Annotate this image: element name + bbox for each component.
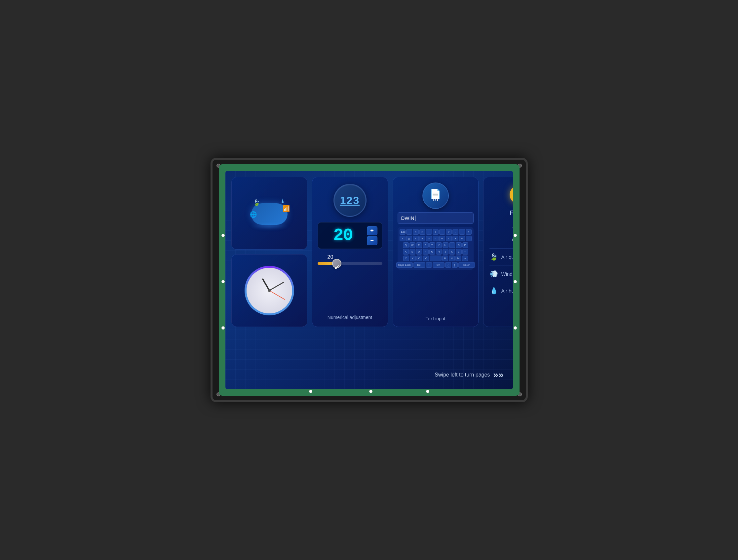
kb-key-o[interactable]: O: [456, 242, 462, 248]
kb-key-right-arrow[interactable]: →: [462, 256, 468, 261]
kb-key-e[interactable]: E: [416, 242, 422, 248]
kb-key-s[interactable]: S: [409, 249, 415, 255]
kb-key-space[interactable]: [430, 256, 441, 261]
kb-key-capslock[interactable]: Caps Lock: [396, 262, 413, 268]
cloud-platform: [250, 224, 289, 228]
kb-key-up[interactable]: ↑: [426, 262, 432, 268]
kb-key-l[interactable]: L: [456, 249, 462, 255]
weather-divider-2: [489, 265, 513, 265]
kb-key-c[interactable]: C: [416, 256, 422, 261]
pcb-dot-r1: [513, 234, 517, 237]
clock-face: [245, 266, 294, 315]
kb-key-esc[interactable]: Esc: [400, 229, 405, 235]
text-input-field[interactable]: DWIN: [398, 212, 474, 224]
kb-key-excl[interactable]: !: [439, 229, 445, 235]
kb-key-rbrace[interactable]: }: [452, 262, 458, 268]
kb-key-x[interactable]: X: [410, 256, 416, 261]
kb-row-3: A S D F G H J K L ←: [400, 249, 472, 255]
clock-center: [268, 289, 271, 292]
slider-track[interactable]: ↙: [318, 262, 382, 265]
kb-key-enter[interactable]: Enter: [458, 262, 475, 268]
kb-key-m[interactable]: M: [455, 256, 461, 261]
kb-key-0[interactable]: 0: [466, 236, 472, 241]
plus-button[interactable]: +: [367, 226, 377, 235]
kb-key-3[interactable]: 3: [413, 236, 419, 241]
keyboard: Esc ~ < > ; : ! ? - + =: [398, 227, 474, 270]
wind-speed-label: Wind speed: [501, 271, 513, 277]
kb-key-del[interactable]: Del: [413, 262, 425, 268]
kb-key-k[interactable]: K: [449, 249, 455, 255]
kb-key-p[interactable]: P: [462, 242, 468, 248]
kb-key-8[interactable]: 8: [452, 236, 458, 241]
kb-key-q[interactable]: Q: [403, 242, 409, 248]
pcb-dot-b2: [369, 390, 372, 393]
kb-key-caret[interactable]: ^: [433, 236, 439, 241]
pcb-border: 🌡 📶 🌐 🍃: [219, 164, 519, 396]
kb-key-t[interactable]: T: [429, 242, 435, 248]
kb-key-colon[interactable]: :: [433, 229, 439, 235]
kb-key-u[interactable]: U: [442, 242, 448, 248]
kb-key-d[interactable]: D: [416, 249, 422, 255]
pcb-dot-l3: [222, 326, 225, 330]
temperature-value: 23: [511, 221, 512, 244]
kb-key-lt[interactable]: <: [413, 229, 419, 235]
kb-key-n[interactable]: N: [449, 256, 455, 261]
temperature-float-icon: 🌡: [280, 198, 286, 205]
kb-key-1[interactable]: 1: [400, 236, 405, 241]
segment-display-box: 20 + −: [318, 222, 382, 249]
slider-arrow-icon: ↙: [334, 263, 340, 271]
kb-row-0: Esc ~ < > ; : ! ? - + =: [400, 229, 472, 235]
kb-key-semi[interactable]: ;: [426, 229, 432, 235]
kb-key-a[interactable]: A: [403, 249, 409, 255]
kb-key-7[interactable]: 7: [446, 236, 452, 241]
pcb-dot-r2: [513, 280, 517, 283]
slider-container: 20 ↙: [318, 254, 382, 265]
kb-key-gt[interactable]: >: [419, 229, 425, 235]
kb-key-eq[interactable]: =: [466, 229, 472, 235]
kb-key-9[interactable]: 9: [459, 236, 465, 241]
kb-key-z[interactable]: Z: [403, 256, 409, 261]
leaf-float-icon: 🍃: [253, 199, 260, 206]
kb-key-backspace[interactable]: ←: [462, 249, 468, 255]
minus-button[interactable]: −: [367, 236, 377, 245]
kb-key-r[interactable]: R: [423, 242, 429, 248]
kb-key-5[interactable]: 5: [426, 236, 432, 241]
kb-key-y[interactable]: Y: [436, 242, 442, 248]
clock-card: [231, 254, 307, 327]
swipe-hint[interactable]: Swipe left to turn pages »»: [435, 369, 503, 380]
kb-key-i[interactable]: I: [449, 242, 455, 248]
kb-key-at[interactable]: @: [406, 236, 412, 241]
weather-divider-3: [489, 282, 513, 282]
device-frame: 🌡 📶 🌐 🍃: [211, 158, 528, 402]
temperature-row: 23 °C: [511, 221, 512, 244]
kb-key-b[interactable]: B: [442, 256, 448, 261]
weather-condition: Fair to cloudy: [489, 210, 513, 217]
kb-row-4: Z X C V B N M →: [400, 256, 472, 261]
kb-key-quest[interactable]: ?: [446, 229, 452, 235]
kb-key-f[interactable]: F: [423, 249, 429, 255]
pcb-dot-b1: [309, 390, 312, 393]
wind-icon: 💨: [489, 270, 499, 278]
file-doc-icon: 📄: [430, 190, 441, 199]
kb-row-5: Caps Lock Del ↑ OK { } Enter: [400, 262, 472, 268]
kb-key-minus[interactable]: -: [452, 229, 458, 235]
round-display: 123: [334, 184, 367, 217]
segment-display-value: 20: [323, 226, 364, 245]
kb-row-1: 1 @ 3 4 5 ^ 6 7 8 9 0: [400, 236, 472, 241]
kb-key-w[interactable]: W: [409, 242, 415, 248]
air-humidity-label: Air humidity: [501, 288, 513, 294]
kb-key-v[interactable]: V: [423, 256, 429, 261]
kb-key-j[interactable]: J: [442, 249, 448, 255]
txt-file-icon-circle: 📄 TXT: [422, 183, 449, 209]
kb-key-ok[interactable]: OK: [433, 262, 444, 268]
air-quality-label: Air quality: [501, 254, 513, 260]
kb-key-h[interactable]: H: [436, 249, 442, 255]
kb-key-6[interactable]: 6: [439, 236, 445, 241]
kb-key-tilde[interactable]: ~: [406, 229, 412, 235]
kb-key-g[interactable]: G: [429, 249, 435, 255]
kb-key-4[interactable]: 4: [419, 236, 425, 241]
kb-key-lbrace[interactable]: {: [445, 262, 451, 268]
swipe-chevron-icon: »»: [493, 369, 503, 380]
content-area: 🌡 📶 🌐 🍃: [231, 177, 507, 362]
kb-key-plus[interactable]: +: [459, 229, 465, 235]
